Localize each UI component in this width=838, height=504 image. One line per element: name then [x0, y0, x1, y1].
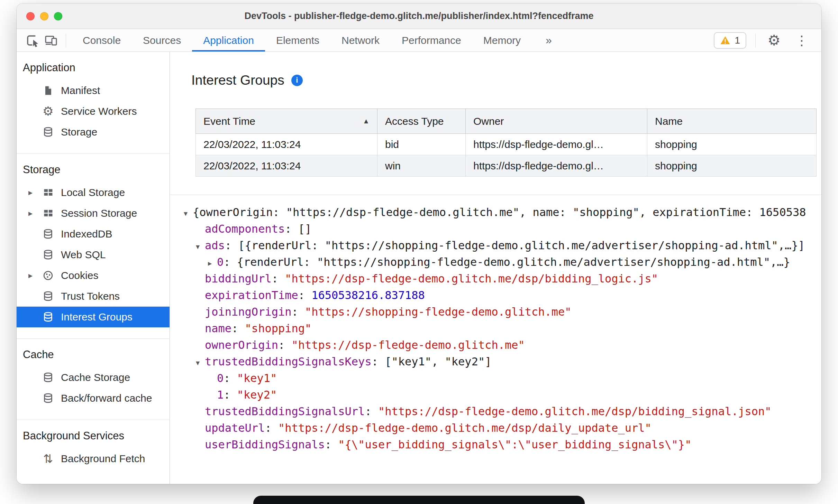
application-sidebar: Application Manifest ⚙ Service Workers: [17, 52, 170, 484]
database-icon: [40, 126, 56, 138]
section-header-cache: Cache: [17, 348, 170, 367]
sidebar-section-cache: Cache Cache Storage: [17, 339, 170, 420]
dock-bar: [253, 496, 585, 504]
tab-sources[interactable]: Sources: [132, 29, 192, 52]
tree-line-trustedbiddingsignalskeys[interactable]: ▾trustedBiddingSignalsKeys: ["key1", "ke…: [184, 353, 821, 370]
tree-line-key-0[interactable]: 0: "key1": [184, 370, 821, 386]
inspect-element-button[interactable]: [23, 31, 42, 49]
collapsed-arrow-icon[interactable]: ▸: [208, 255, 217, 270]
section-header-application: Application: [17, 62, 170, 80]
toolbar-right: 1 ⚙ ⋮: [714, 29, 821, 52]
events-table: Event Time ▲ Access Type Owner Name 22/0…: [195, 109, 817, 177]
document-icon: [40, 85, 56, 96]
sidebar-item-service-workers[interactable]: ⚙ Service Workers: [17, 101, 170, 122]
expanded-arrow-icon[interactable]: ▾: [196, 355, 205, 370]
page-title: Interest Groups i: [191, 73, 821, 88]
tree-line-adcomponents[interactable]: adComponents: []: [184, 221, 821, 237]
devtools-body: Application Manifest ⚙ Service Workers: [17, 52, 821, 484]
section-header-background-services: Background Services: [17, 430, 170, 448]
expand-arrow-icon[interactable]: ▸: [28, 188, 40, 197]
warning-icon: [720, 36, 730, 45]
devtools-toolbar: Console Sources Application Elements Net…: [17, 29, 821, 52]
tree-line-key-1[interactable]: 1: "key2": [184, 386, 821, 403]
sidebar-section-storage: Storage ▸ Local Storage ▸: [17, 154, 170, 339]
sidebar-item-storage[interactable]: Storage: [17, 122, 170, 142]
expand-arrow-icon[interactable]: ▸: [28, 271, 40, 280]
main-menu-button[interactable]: ⋮: [792, 31, 811, 49]
tab-performance[interactable]: Performance: [391, 29, 472, 52]
device-toolbar-button[interactable]: [42, 31, 60, 49]
tab-network[interactable]: Network: [330, 29, 391, 52]
sidebar-item-interest-groups[interactable]: Interest Groups: [17, 307, 170, 327]
panel-tabs: Console Sources Application Elements Net…: [72, 29, 558, 52]
database-icon: [40, 372, 56, 383]
database-icon: [40, 228, 56, 240]
tree-line-biddingurl[interactable]: biddingUrl: "https://dsp-fledge-demo.gli…: [184, 270, 821, 287]
cell-name: shopping: [647, 155, 817, 177]
tree-line-updateurl[interactable]: updateUrl: "https://dsp-fledge-demo.glit…: [184, 420, 821, 436]
sidebar-item-session-storage[interactable]: ▸ Session Storage: [17, 203, 170, 224]
up-down-arrows-icon: ⇅: [40, 453, 56, 465]
column-header-owner[interactable]: Owner: [466, 109, 647, 134]
cell-owner: https://dsp-fledge-demo.gl…: [466, 155, 647, 177]
devtools-window: DevTools - publisher-fledge-demo.glitch.…: [17, 3, 821, 484]
tree-line-ownerorigin[interactable]: ownerOrigin: "https://dsp-fledge-demo.gl…: [184, 337, 821, 353]
expanded-arrow-icon[interactable]: ▾: [184, 205, 193, 221]
more-tabs-button[interactable]: »: [539, 29, 558, 52]
settings-button[interactable]: ⚙: [765, 31, 783, 49]
close-button[interactable]: [26, 12, 35, 20]
tree-line-userbiddingsignals[interactable]: userBiddingSignals: "{\"user_bidding_sig…: [184, 436, 821, 453]
sidebar-item-indexeddb[interactable]: IndexedDB: [17, 224, 170, 244]
tab-console[interactable]: Console: [72, 29, 132, 52]
cell-access-type: bid: [377, 134, 466, 155]
sidebar-item-back-forward-cache[interactable]: Back/forward cache: [17, 388, 170, 409]
cell-owner: https://dsp-fledge-demo.gl…: [466, 134, 647, 155]
tab-application[interactable]: Application: [192, 29, 265, 52]
expanded-arrow-icon[interactable]: ▾: [196, 239, 205, 254]
sidebar-item-cache-storage[interactable]: Cache Storage: [17, 367, 170, 388]
column-header-event-time[interactable]: Event Time ▲: [196, 109, 377, 134]
sidebar-item-cookies[interactable]: ▸ Cookies: [17, 265, 170, 286]
separator: [755, 34, 756, 47]
issues-counter-button[interactable]: 1: [714, 32, 746, 49]
cell-access-type: win: [377, 155, 466, 177]
database-icon: [40, 311, 56, 323]
tree-line-joiningorigin[interactable]: joiningOrigin: "https://shopping-fledge-…: [184, 304, 821, 320]
database-icon: [40, 392, 56, 404]
gear-icon: ⚙: [40, 105, 56, 118]
device-toolbar-icon: [43, 33, 58, 48]
expand-arrow-icon[interactable]: ▸: [28, 208, 40, 218]
info-icon[interactable]: i: [291, 75, 303, 86]
table-grid-icon: [40, 208, 56, 219]
minimize-button[interactable]: [40, 12, 48, 20]
tree-line-expirationtime[interactable]: expirationTime: 1650538216.837188: [184, 287, 821, 304]
table-grid-icon: [40, 187, 56, 198]
sidebar-item-web-sql[interactable]: Web SQL: [17, 244, 170, 265]
cookie-icon: [40, 270, 56, 281]
table-row[interactable]: 22/03/2022, 11:03:24 win https://dsp-fle…: [196, 155, 817, 177]
tree-line-name[interactable]: name: "shopping": [184, 320, 821, 337]
interest-group-json-tree: ▾{ownerOrigin: "https://dsp-fledge-demo.…: [170, 195, 821, 453]
sidebar-section-application: Application Manifest ⚙ Service Workers: [17, 52, 170, 154]
table-row[interactable]: 22/03/2022, 11:03:24 bid https://dsp-fle…: [196, 134, 817, 155]
traffic-lights: [26, 3, 62, 29]
tab-elements[interactable]: Elements: [265, 29, 330, 52]
column-header-name[interactable]: Name: [647, 109, 817, 134]
tab-memory[interactable]: Memory: [472, 29, 532, 52]
cell-name: shopping: [647, 134, 817, 155]
zoom-button[interactable]: [54, 12, 62, 20]
three-dots-icon: ⋮: [795, 34, 808, 47]
tree-line-trustedbiddingsignalsurl[interactable]: trustedBiddingSignalsUrl: "https://dsp-f…: [184, 403, 821, 420]
sidebar-item-trust-tokens[interactable]: Trust Tokens: [17, 286, 170, 307]
cell-event-time: 22/03/2022, 11:03:24: [196, 155, 377, 177]
sidebar-item-local-storage[interactable]: ▸ Local Storage: [17, 182, 170, 203]
database-icon: [40, 249, 56, 261]
tree-line-ads-0[interactable]: ▸0: {renderUrl: "https://shopping-fledge…: [184, 254, 821, 270]
section-header-storage: Storage: [17, 164, 170, 182]
sidebar-item-manifest[interactable]: Manifest: [17, 80, 170, 101]
column-header-access-type[interactable]: Access Type: [377, 109, 466, 134]
window-title: DevTools - publisher-fledge-demo.glitch.…: [17, 11, 821, 21]
sidebar-item-background-fetch[interactable]: ⇅ Background Fetch: [17, 448, 170, 469]
tree-line-root[interactable]: ▾{ownerOrigin: "https://dsp-fledge-demo.…: [184, 204, 821, 221]
tree-line-ads[interactable]: ▾ads: [{renderUrl: "https://shopping-fle…: [184, 237, 821, 254]
